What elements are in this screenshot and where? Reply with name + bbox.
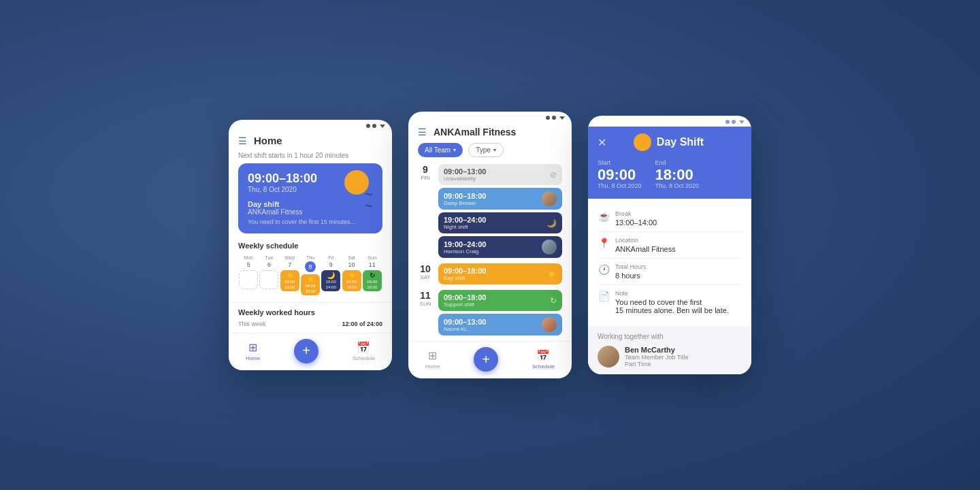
shift-item[interactable]: 09:00–13:00 Unavailability ⊘ (438, 164, 562, 185)
shift-item[interactable]: 19:00–24:00 Night shift 🌙 (438, 212, 562, 233)
shift-items-10: 09:00–18:00 Day shift ☀️ (438, 263, 562, 284)
end-time-block: End 18:00 Thu, 8 Oct 2020 (655, 159, 700, 189)
fab-button[interactable]: + (294, 339, 318, 363)
day-number: 10 (420, 263, 431, 274)
nav-schedule[interactable]: 📅 Schedule (532, 349, 555, 370)
day-col-fri: Fri 9 🌙 19:0024:00 (321, 255, 341, 295)
filter-icon: ▾ (453, 147, 456, 153)
day-name: SAT (421, 274, 431, 280)
working-together-title: Working together with (598, 333, 742, 340)
day-name: Fri (328, 255, 333, 260)
shift-time: 09:0018:00 (367, 280, 377, 289)
all-team-filter[interactable]: All Team ▾ (418, 143, 463, 157)
type-label: Type (476, 146, 491, 154)
home-nav-label: Home (425, 363, 440, 370)
location-icon: 📍 (598, 238, 610, 253)
close-button[interactable]: ✕ (598, 136, 606, 149)
filter-bar: All Team ▾ Type ▾ (408, 143, 572, 164)
top-bar-left: ☰ ANKAmall Fitness (418, 127, 572, 137)
time-grid: Start 09:00 Thu, 8 Oct 2020 End 18:00 Th… (598, 159, 742, 189)
shift-time: 19:00–24:00 (444, 216, 546, 224)
person-avatar (598, 346, 619, 368)
screens-container: ☰ Home Next shift starts in 1 hour 20 mi… (229, 112, 751, 378)
signal-icon (380, 125, 385, 128)
next-shift-label: Next shift starts in 1 hour 20 minutes (229, 152, 392, 163)
status-dot (546, 116, 550, 120)
shift-pill-wed: ☀️ 09:0013:00 (280, 270, 299, 291)
shift-item[interactable]: 19:00–24:00 Harrison Craig (438, 236, 562, 258)
schedule-title: ANKAmall Fitness (434, 127, 572, 137)
shift-info: 09:00–18:00 Daisy Brewer (444, 192, 542, 206)
header-top: ✕ Day Shift (598, 133, 742, 151)
home-nav-label: Home (246, 355, 260, 361)
signal-icon (739, 120, 745, 124)
schedule-icon: 📅 (536, 349, 550, 362)
shift-avatar (542, 191, 557, 206)
weekly-schedule: Mon 5 Tue 6 Wed 7 ☀️ 09:0013:00 (229, 255, 392, 295)
home-title: Home (254, 135, 382, 146)
status-bar-3 (588, 116, 751, 127)
working-together-section: Working together with Ben McCarthy Team … (588, 326, 751, 374)
status-dot (552, 116, 556, 120)
location-detail-row: 📍 Location ANKAmall Fitness (598, 232, 742, 259)
shift-item[interactable]: 09:00–13:00 Naomi Ki... (438, 314, 562, 336)
day-name: Wed (285, 255, 295, 260)
status-dot (725, 120, 730, 124)
day-col-thu: Thu 8 ☀️ 09:0018:00 (300, 255, 321, 295)
bird-decoration: 〜〜 (365, 189, 373, 212)
day-number: 9 (423, 164, 428, 175)
shift-time: 09:00–13:00 (444, 318, 542, 326)
avatar-image (598, 346, 619, 368)
day-col-sun: Sun 11 ↻ 09:0018:00 (362, 255, 382, 295)
menu-icon[interactable]: ☰ (238, 135, 247, 146)
day-col-wed: Wed 7 ☀️ 09:0013:00 (280, 255, 300, 295)
nav-schedule[interactable]: 📅 Schedule (353, 341, 375, 361)
shift-items-9: 09:00–13:00 Unavailability ⊘ 09:00–18:00… (438, 164, 562, 258)
end-label: End (655, 159, 700, 166)
moon-icon: 🌙 (546, 218, 557, 228)
shift-time: 09:00–18:00 (444, 293, 550, 301)
day-indicator-11: 11 SUN (418, 290, 433, 336)
day-name: Tue (265, 255, 274, 260)
start-time-block: Start 09:00 Thu, 8 Oct 2020 (598, 159, 642, 189)
avatar-image (542, 191, 557, 206)
nav-home[interactable]: ⊞ Home (246, 341, 260, 361)
break-content: Break 13:00–14:00 (615, 210, 657, 227)
break-detail-row: ☕ Break 13:00–14:00 (598, 206, 742, 232)
shift-item[interactable]: 09:00–18:00 Day shift ☀️ (438, 263, 562, 284)
shift-card-note: You need to cover the first 15 minutes..… (248, 218, 373, 225)
person-row: Ben McCarthy Team Member Job Title Part … (598, 346, 742, 368)
worked-hours-label: Weekly worked hours (238, 308, 382, 321)
shift-card-location: ANKAmall Fitness (248, 208, 373, 216)
worked-hours-section: Weekly worked hours This week 12:00 of 2… (229, 302, 392, 333)
detail-body: ☕ Break 13:00–14:00 📍 Location ANKAmall … (588, 199, 751, 326)
shift-item[interactable]: 09:00–18:00 Daisy Brewer (438, 188, 562, 210)
status-bar-1 (229, 120, 392, 131)
home-top-bar: ☰ Home (229, 131, 392, 152)
fab-button[interactable]: + (474, 347, 498, 372)
day-name-row: Mon 5 Tue 6 Wed 7 ☀️ 09:0013:00 (238, 255, 382, 295)
menu-icon[interactable]: ☰ (418, 127, 427, 137)
shift-card[interactable]: 〜〜 09:00–18:00 Thu, 8 Oct 2020 Day shift… (238, 163, 382, 233)
shift-label: Night shift (444, 224, 546, 230)
location-label: Location (615, 237, 676, 244)
day-name: Thu (306, 255, 314, 260)
note-label: Note (615, 290, 729, 297)
schedule-bottom-nav: ⊞ Home + 📅 Schedule (408, 341, 572, 378)
day-group-9: 9 FRI 09:00–13:00 Unavailability ⊘ 09:00… (408, 164, 572, 258)
start-label: Start (598, 159, 642, 166)
note-detail-row: 📄 Note You need to cover the first15 min… (598, 285, 742, 319)
nav-home[interactable]: ⊞ Home (425, 349, 440, 370)
shift-item[interactable]: 09:00–18:00 Support shift ↻ (438, 290, 562, 311)
hours-content: Total Hours 8 hours (615, 263, 647, 280)
day-num: 5 (247, 261, 250, 268)
shift-title: Day Shift (657, 136, 704, 148)
type-filter[interactable]: Type ▾ (468, 143, 504, 157)
day-name: Sat (348, 255, 355, 260)
day-number: 11 (420, 290, 431, 301)
end-date: Thu, 8 Oct 2020 (655, 182, 700, 189)
signal-icon (559, 116, 565, 120)
shift-pill-empty (259, 270, 278, 289)
day-col-mon: Mon 5 (238, 255, 259, 295)
day-num: 7 (288, 261, 291, 268)
